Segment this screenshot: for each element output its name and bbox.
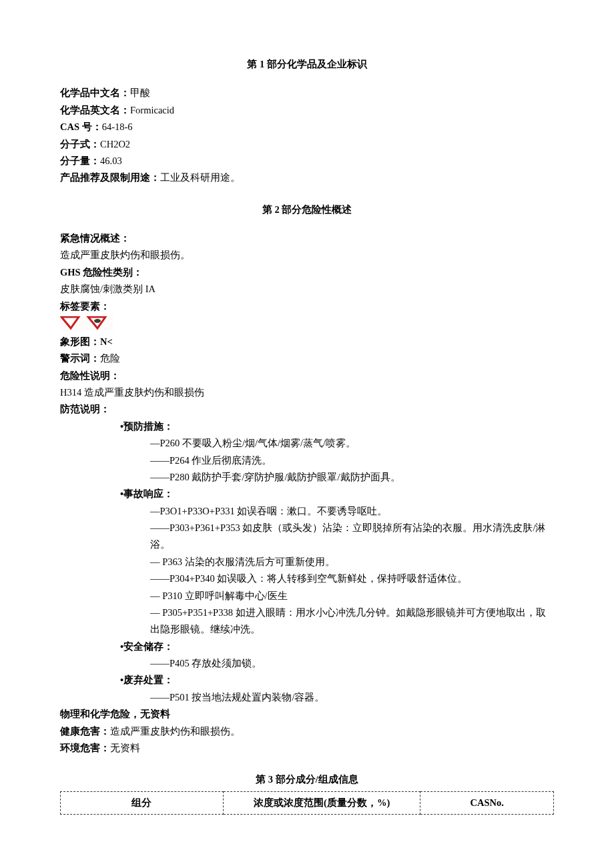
use-label: 产品推荐及限制用途： bbox=[60, 172, 160, 183]
picto-line: 象形图：N< bbox=[60, 334, 554, 350]
env-value: 无资料 bbox=[110, 743, 140, 753]
mw-label: 分子量： bbox=[60, 155, 100, 166]
section2-title: 第 2 部分危险性概述 bbox=[60, 201, 554, 218]
response-item: — P305+P351+P338 如进入眼睛：用水小心冲洗几分钟。如戴隐形眼镜并… bbox=[60, 604, 554, 638]
formula-label: 分子式： bbox=[60, 139, 100, 149]
formula-value: CH2O2 bbox=[100, 139, 130, 149]
use-line: 产品推荐及限制用途：工业及科研用途。 bbox=[60, 169, 554, 186]
table-header-component: 组分 bbox=[61, 791, 224, 814]
response-item: —P3O1+P33O+P331 如误吞咽：漱口。不要诱导呕吐。 bbox=[60, 503, 554, 520]
composition-table: 组分 浓度或浓度范围(质量分数，%) CASNo. bbox=[60, 791, 554, 815]
mw-value: 46.03 bbox=[100, 155, 122, 166]
svg-point-3 bbox=[94, 319, 101, 323]
picto-label: 象形图： bbox=[60, 336, 100, 347]
ghs-pictogram-icon bbox=[60, 316, 113, 331]
disposal-item: ——P501 按当地法规处置内装物/容器。 bbox=[60, 689, 554, 706]
health-label: 健康危害： bbox=[60, 726, 110, 737]
env-label: 环境危害： bbox=[60, 743, 110, 753]
emergency-value: 造成严重皮肤灼伤和眼损伤。 bbox=[60, 247, 554, 264]
use-value: 工业及科研用途。 bbox=[160, 172, 240, 183]
ghs-value: 皮肤腐蚀/刺激类别 IA bbox=[60, 281, 554, 298]
health-value: 造成严重皮肤灼伤和眼损伤。 bbox=[110, 726, 240, 737]
phys-label: 物理和化学危险， bbox=[60, 709, 140, 719]
response-title: •事故响应： bbox=[60, 486, 554, 502]
response-item: — P363 沾染的衣服清洗后方可重新使用。 bbox=[60, 554, 554, 570]
picto-value: N< bbox=[100, 336, 113, 347]
formula-line: 分子式：CH2O2 bbox=[60, 136, 554, 153]
mw-line: 分子量：46.03 bbox=[60, 153, 554, 169]
prevent-item: ——P264 作业后彻底清洗。 bbox=[60, 452, 554, 469]
response-item: ——P303+P361+P353 如皮肤（或头发）沾染：立即脱掉所有沾染的衣服。… bbox=[60, 520, 554, 554]
name-en-line: 化学品英文名：Formicacid bbox=[60, 102, 554, 119]
name-cn-label: 化学品中文名： bbox=[60, 87, 130, 98]
response-item: — P310 立即呼叫解毒中心/医生 bbox=[60, 588, 554, 604]
phys-line: 物理和化学危险，无资料 bbox=[60, 706, 554, 723]
cas-value: 64-18-6 bbox=[102, 121, 133, 132]
label-elements: 标签要素： bbox=[60, 298, 554, 315]
signal-label: 警示词： bbox=[60, 353, 100, 364]
section3-title: 第 3 部分成分/组成信息 bbox=[60, 771, 554, 788]
prevent-title: •预防措施： bbox=[60, 418, 554, 435]
hazard-value: H314 造成严重皮肤灼伤和眼损伤 bbox=[60, 384, 554, 401]
hazard-label: 危险性说明： bbox=[60, 368, 554, 384]
section1-title: 第 1 部分化学品及企业标识 bbox=[60, 56, 554, 73]
precaution-label: 防范说明： bbox=[60, 401, 554, 418]
prevent-item: ——P280 戴防护手套/穿防护服/戴防护眼罩/戴防护面具。 bbox=[60, 469, 554, 486]
emergency-label: 紧急情况概述： bbox=[60, 230, 554, 247]
response-item: ——P304+P340 如误吸入：将人转移到空气新鲜处，保持呼吸舒适体位。 bbox=[60, 570, 554, 587]
table-header-cas: CASNo. bbox=[420, 791, 554, 814]
storage-title: •安全储存： bbox=[60, 638, 554, 655]
cas-label: CAS 号： bbox=[60, 121, 102, 132]
cas-line: CAS 号：64-18-6 bbox=[60, 119, 554, 135]
name-cn-line: 化学品中文名：甲酸 bbox=[60, 85, 554, 101]
table-header-row: 组分 浓度或浓度范围(质量分数，%) CASNo. bbox=[61, 791, 554, 814]
ghs-label: GHS 危险性类别： bbox=[60, 264, 554, 281]
table-header-concentration: 浓度或浓度范围(质量分数，%) bbox=[223, 791, 420, 814]
storage-item: ——P405 存放处须加锁。 bbox=[60, 655, 554, 672]
health-line: 健康危害：造成严重皮肤灼伤和眼损伤。 bbox=[60, 723, 554, 740]
name-en-value: Formicacid bbox=[130, 105, 174, 115]
prevent-item: —P260 不要吸入粉尘/烟/气体/烟雾/蒸气/喷雾。 bbox=[60, 435, 554, 452]
signal-value: 危险 bbox=[100, 353, 120, 364]
name-en-label: 化学品英文名： bbox=[60, 105, 130, 115]
phys-value: 无资料 bbox=[140, 709, 170, 719]
disposal-title: •废弃处置： bbox=[60, 672, 554, 689]
name-cn-value: 甲酸 bbox=[130, 87, 150, 98]
signal-line: 警示词：危险 bbox=[60, 350, 554, 367]
env-line: 环境危害：无资料 bbox=[60, 740, 554, 757]
